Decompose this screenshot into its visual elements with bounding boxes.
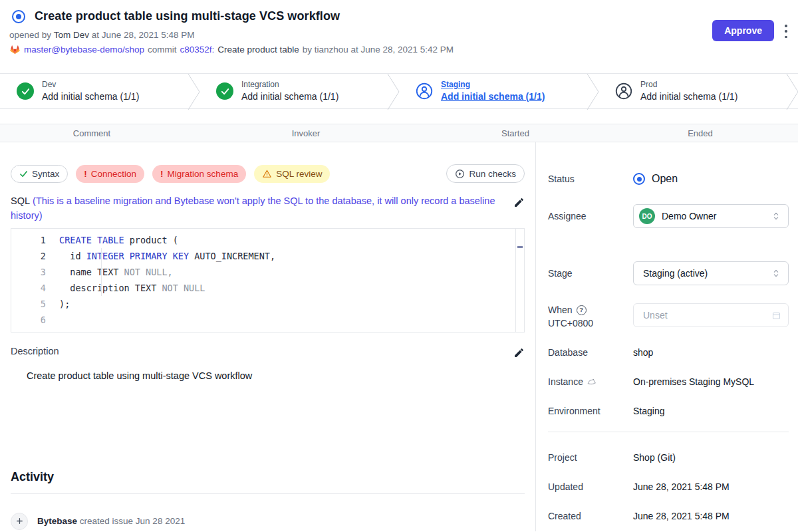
description-body[interactable]: Create product table using multi-stage V… <box>11 370 525 384</box>
run-checks-button[interactable]: Run checks <box>446 164 525 183</box>
opened-by-line: opened by Tom Dev at June 28, 2021 5:48 … <box>9 30 789 40</box>
checks-row: Syntax ! Connection ! Migration schema <box>11 164 525 183</box>
stage-select[interactable]: Staging (active) <box>633 261 789 285</box>
when-datetime-input-wrap <box>633 303 789 327</box>
mysql-dolphin-icon <box>587 377 597 387</box>
badge-label: Migration schema <box>168 169 239 179</box>
stage-name: Staging <box>441 80 545 90</box>
editor-code-area: CREATE TABLE product ( id INTEGER PRIMAR… <box>53 229 524 332</box>
code-line: CREATE TABLE product ( <box>59 232 524 248</box>
status-value: Open <box>652 173 678 185</box>
database-row: Database shop <box>548 346 789 359</box>
database-value[interactable]: shop <box>633 347 653 358</box>
environment-label: Environment <box>548 406 633 416</box>
run-checks-label: Run checks <box>469 169 516 179</box>
assignee-select[interactable]: DO Demo Owner <box>633 204 789 228</box>
check-badge-syntax[interactable]: Syntax <box>11 165 68 183</box>
sql-label: SQL <box>11 196 30 206</box>
stage-integration[interactable]: Integration Add initial schema (1/1) <box>200 74 399 108</box>
when-datetime-input[interactable] <box>643 310 771 321</box>
code-line: name TEXT NOT NULL, <box>59 264 524 280</box>
status-open-icon <box>633 173 645 185</box>
issue-page: Create product table using multi-stage V… <box>0 0 798 532</box>
description-heading-row: Description <box>11 344 525 358</box>
code-line <box>59 312 524 328</box>
editor-line-numbers: 1 2 3 4 5 6 <box>11 229 53 332</box>
chevron-up-down-icon <box>771 211 781 221</box>
opened-by-author: Tom Dev <box>54 30 89 40</box>
updated-label: Updated <box>548 481 633 492</box>
commit-message: Create product table <box>217 45 299 55</box>
gitlab-icon <box>9 44 21 55</box>
instance-row: Instance On-premises Staging MySQL <box>548 375 789 388</box>
issue-header: Create product table using multi-stage V… <box>0 0 798 73</box>
stage-pending-user-icon <box>615 82 632 100</box>
column-header-invoker: Invoker <box>184 128 428 138</box>
column-header-ended: Ended <box>602 128 798 138</box>
assignee-avatar: DO <box>639 208 655 224</box>
sidebar-divider <box>548 432 789 432</box>
kebab-menu-icon[interactable] <box>781 24 791 39</box>
updated-row: Updated June 28, 2021 5:48 PM <box>548 480 789 493</box>
instance-value[interactable]: On-premises Staging MySQL <box>633 376 754 387</box>
issue-main-panel: Syntax ! Connection ! Migration schema <box>0 142 535 531</box>
activity-action: created issue Jun 28 2021 <box>80 516 185 526</box>
project-label: Project <box>548 452 633 463</box>
opened-by-suffix: at June 28, 2021 5:48 PM <box>92 30 195 40</box>
stage-prod[interactable]: Prod Add initial schema (1/1) <box>598 74 798 108</box>
badge-label: Syntax <box>32 169 59 179</box>
calendar-icon <box>771 311 781 321</box>
stage-done-check-icon <box>216 82 233 100</box>
check-badge-connection[interactable]: ! Connection <box>76 165 144 183</box>
activity-divider <box>11 493 525 494</box>
check-badge-sql-review[interactable]: SQL review <box>254 165 330 183</box>
stage-row: Stage Staging (active) <box>548 261 789 285</box>
play-circle-icon <box>455 169 465 179</box>
code-line: ); <box>59 296 524 312</box>
sql-section-heading: SQL (This is a baseline migration and By… <box>11 194 525 223</box>
project-value[interactable]: Shop (Git) <box>633 452 676 463</box>
stage-pipeline: Dev Add initial schema (1/1) Integration… <box>0 73 798 109</box>
column-header-comment: Comment <box>0 128 184 138</box>
help-icon[interactable]: ? <box>577 305 587 315</box>
check-badge-migration-schema[interactable]: ! Migration schema <box>152 165 246 183</box>
stage-dev[interactable]: Dev Add initial schema (1/1) <box>0 74 200 108</box>
indent-guide <box>101 248 102 296</box>
page-title: Create product table using multi-stage V… <box>35 9 340 23</box>
when-label: When <box>548 303 573 317</box>
stage-done-check-icon <box>17 82 34 100</box>
project-row: Project Shop (Git) <box>548 451 789 464</box>
status-row: Status Open <box>548 170 789 188</box>
column-header-started: Started <box>428 128 602 138</box>
activity-item: Bytebase created issue Jun 28 2021 <box>11 513 525 530</box>
issue-open-status-icon <box>12 10 25 23</box>
stage-task: Add initial schema (1/1) <box>441 91 545 103</box>
plus-icon <box>11 513 28 530</box>
opened-by-prefix: opened by <box>9 30 51 40</box>
stage-task: Add initial schema (1/1) <box>241 91 338 103</box>
sql-code-editor[interactable]: 1 2 3 4 5 6 CREATE TABLE product ( id IN… <box>11 228 525 332</box>
edit-description-pencil-icon[interactable] <box>513 347 525 358</box>
stage-chevron-separator <box>587 74 600 110</box>
environment-value[interactable]: Staging <box>633 406 664 416</box>
error-exclamation-icon: ! <box>84 169 87 179</box>
stage-label: Stage <box>548 268 633 279</box>
environment-row: Environment Staging <box>548 404 789 418</box>
stage-task: Add initial schema (1/1) <box>42 91 139 103</box>
created-row: Created June 28, 2021 5:48 PM <box>548 509 789 523</box>
activity-heading: Activity <box>11 470 525 484</box>
when-timezone: UTC+0800 <box>548 317 633 330</box>
repo-branch-link[interactable]: master@bytebase-demo/shop <box>24 45 144 55</box>
code-line: id INTEGER PRIMARY KEY AUTO_INCREMENT, <box>59 248 524 264</box>
stage-name: Integration <box>241 80 338 90</box>
badge-label: SQL review <box>276 169 322 179</box>
chevron-up-down-icon <box>771 268 781 279</box>
stage-staging[interactable]: Staging Add initial schema (1/1) <box>399 74 598 108</box>
assignee-row: Assignee DO Demo Owner <box>548 204 789 228</box>
editor-scrollbar[interactable] <box>515 229 524 332</box>
edit-sql-pencil-icon[interactable] <box>513 197 525 208</box>
commit-hash-link[interactable]: c80352f: <box>180 45 215 55</box>
stage-chevron-separator <box>786 74 798 110</box>
commit-meta: by tianzhou at June 28, 2021 5:42 PM <box>303 45 454 55</box>
approve-button[interactable]: Approve <box>712 20 774 41</box>
